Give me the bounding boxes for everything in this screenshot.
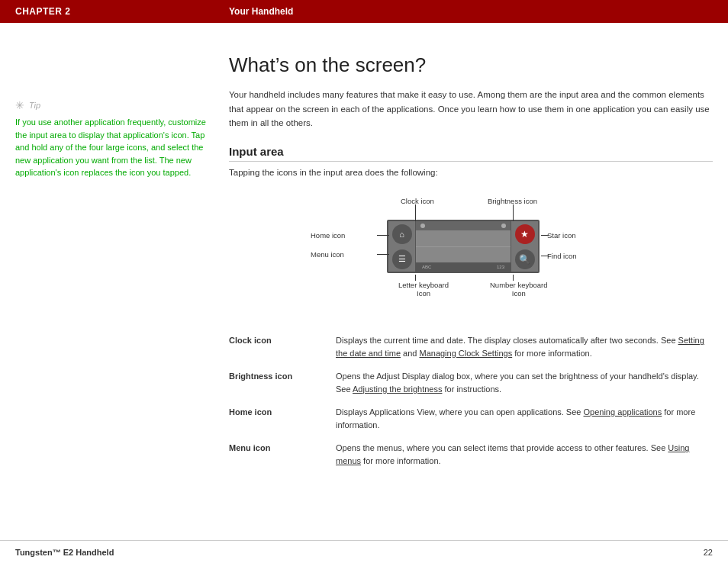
footer-brand: Tungsten™ E2 Handheld	[15, 548, 114, 557]
clock-dot	[420, 224, 425, 228]
label-number-keyboard: Number keyboard Icon	[490, 281, 548, 298]
icon-row-clock: Clock icon Displays the current time and…	[229, 334, 713, 359]
input-area-diagram: ABC 123 ⌂ ☰ ★ 🔍 Clock icon	[288, 189, 654, 319]
num-label: 123	[497, 265, 504, 269]
page-heading: What’s on the screen?	[229, 53, 713, 77]
abc-label: ABC	[422, 265, 431, 269]
link-setting-date-time[interactable]: Setting the date and time	[336, 336, 704, 358]
main-body: What’s on the screen? Your handheld incl…	[229, 38, 713, 525]
center-line	[416, 246, 511, 247]
footer: Tungsten™ E2 Handheld 22	[0, 540, 728, 563]
label-star-icon: Star icon	[547, 231, 576, 240]
section-subtitle: Tapping the icons in the input area does…	[229, 168, 713, 177]
label-letter-keyboard: Letter keyboard Icon	[398, 281, 449, 298]
icon-row-menu: Menu icon Opens the menus, where you can…	[229, 442, 713, 467]
icon-label-clock: Clock icon	[229, 334, 336, 359]
icon-desc-menu: Opens the menus, where you can select it…	[336, 442, 713, 467]
link-using-menus[interactable]: Using menus	[336, 443, 689, 465]
icon-row-brightness: Brightness icon Opens the Adjust Display…	[229, 370, 713, 395]
line-find	[541, 256, 549, 256]
line-menu	[377, 254, 389, 255]
device-body: ABC 123 ⌂ ☰ ★ 🔍	[387, 220, 540, 273]
label-home-icon: Home icon	[311, 231, 345, 240]
label-clock-icon: Clock icon	[401, 197, 434, 205]
section-input-area-title: Input area	[229, 145, 713, 162]
brightness-dot	[501, 224, 506, 228]
line-number	[513, 275, 514, 281]
tip-star-icon: ✳	[15, 99, 24, 111]
left-icons: ⌂ ☰	[388, 221, 416, 272]
menu-icon-circle: ☰	[392, 249, 412, 269]
content-area: ✳ Tip If you use another application fre…	[0, 23, 728, 540]
tip-text: If you use another application frequentl…	[15, 116, 206, 179]
label-find-icon: Find icon	[547, 252, 577, 260]
line-letter	[415, 275, 416, 281]
icon-desc-home: Displays Applications View, where you ca…	[336, 406, 713, 431]
device-bottom-bar: ABC 123	[416, 262, 511, 272]
tip-header: ✳ Tip	[15, 99, 206, 111]
header-title: Your Handheld	[214, 6, 728, 17]
line-star	[541, 235, 549, 236]
icon-descriptions-table: Clock icon Displays the current time and…	[229, 334, 713, 467]
line-brightness	[513, 204, 514, 221]
line-home	[377, 235, 389, 236]
icon-label-brightness: Brightness icon	[229, 370, 336, 395]
link-opening-applications[interactable]: Opening applications	[584, 407, 662, 417]
line-clock	[415, 204, 416, 221]
icon-label-menu: Menu icon	[229, 442, 336, 467]
star-icon-circle: ★	[515, 224, 535, 244]
device-center	[416, 230, 511, 262]
icon-label-home: Home icon	[229, 406, 336, 431]
right-icons: ★ 🔍	[511, 221, 538, 272]
sidebar: ✳ Tip If you use another application fre…	[15, 38, 229, 525]
intro-text: Your handheld includes many features tha…	[229, 88, 713, 130]
find-icon-circle: 🔍	[515, 249, 535, 269]
link-adjusting-brightness[interactable]: Adjusting the brightness	[353, 384, 442, 394]
header-chapter: CHAPTER 2	[0, 6, 214, 17]
icon-desc-brightness: Opens the Adjust Display dialog box, whe…	[336, 370, 713, 395]
footer-page: 22	[704, 548, 713, 557]
home-icon-circle: ⌂	[392, 224, 412, 244]
icon-row-home: Home icon Displays Applications View, wh…	[229, 406, 713, 431]
link-managing-clock[interactable]: Managing Clock Settings	[419, 349, 512, 358]
tip-label: Tip	[29, 101, 40, 110]
label-menu-icon: Menu icon	[311, 250, 344, 259]
device-top-bar	[416, 221, 511, 230]
header-bar: CHAPTER 2 Your Handheld	[0, 0, 728, 23]
icon-desc-clock: Displays the current time and date. The …	[336, 334, 713, 359]
